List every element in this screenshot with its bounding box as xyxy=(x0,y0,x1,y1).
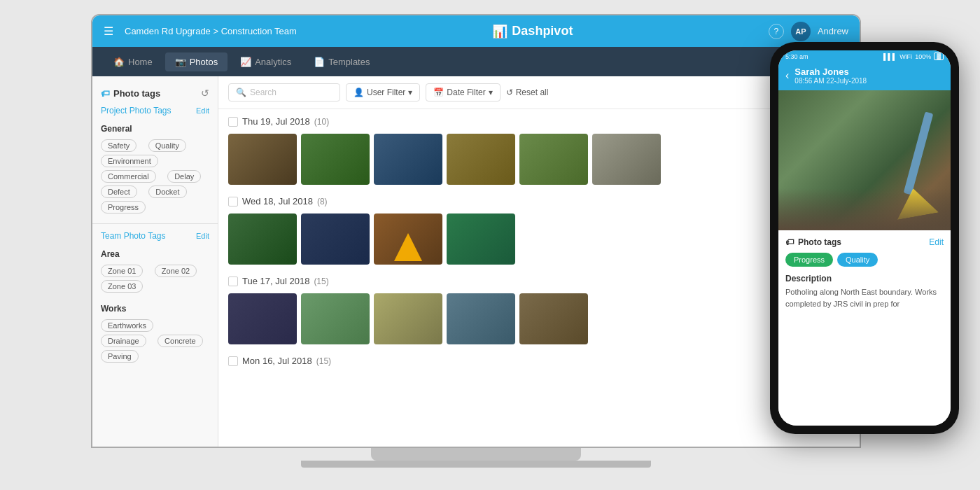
phone-pill-quality[interactable]: Quality xyxy=(837,253,878,267)
date-count-1: (10) xyxy=(314,117,329,127)
laptop-stand xyxy=(371,448,581,461)
logo-text: Dashpivot xyxy=(512,24,573,38)
tag-zone01[interactable]: Zone 01 xyxy=(101,265,143,277)
date-row-3: Tue 17, Jul 2018 (15) xyxy=(228,276,850,286)
reset-icon: ↺ xyxy=(506,88,513,97)
top-bar-left: ☰ Camden Rd Upgrade > Construction Team xyxy=(104,24,297,38)
project-photo-tags-link[interactable]: Project Photo Tags Edit xyxy=(92,103,218,118)
nav-item-templates[interactable]: 📄 Templates xyxy=(304,52,379,71)
nav-label-home: Home xyxy=(128,57,153,67)
photo-thumb[interactable] xyxy=(301,134,370,185)
team-tags-edit[interactable]: Edit xyxy=(196,232,209,240)
sidebar: 🏷 Photo tags ↺ Project Photo Tags Edit G… xyxy=(92,76,218,447)
tag-zone03[interactable]: Zone 03 xyxy=(101,280,143,293)
tag-commercial[interactable]: Commercial xyxy=(101,170,156,183)
phone-tags-left: 🏷 Photo tags xyxy=(785,237,841,247)
top-bar-right: ? AP Andrew xyxy=(769,22,848,41)
phone-tag-icon: 🏷 xyxy=(785,237,794,247)
date-label-1: Thu 19, Jul 2018 xyxy=(242,116,310,127)
tag-zone02[interactable]: Zone 02 xyxy=(155,265,197,277)
laptop-wrapper: ☰ Camden Rd Upgrade > Construction Team … xyxy=(91,14,861,476)
photo-thumb[interactable] xyxy=(519,293,588,344)
reset-button[interactable]: ↺ Reset all xyxy=(506,88,549,97)
photo-thumb[interactable] xyxy=(447,214,515,265)
tag-progress[interactable]: Progress xyxy=(101,201,146,214)
date-row-2: Wed 18, Jul 2018 (8) xyxy=(228,196,850,206)
photo-section-1: Thu 19, Jul 2018 (10) xyxy=(228,116,850,185)
signal-icon: ▌▌▌ xyxy=(883,53,897,60)
phone-description-text: Potholing along North East boundary. Wor… xyxy=(785,286,944,309)
main-layout: 🏷 Photo tags ↺ Project Photo Tags Edit G… xyxy=(92,76,860,447)
date-checkbox-2[interactable] xyxy=(228,197,238,206)
battery-icon: ▓ xyxy=(934,52,944,60)
filter-bar: 🔍 Search 👤 User Filter ▾ 📅 Date Filter ▾ xyxy=(218,76,860,109)
tag-icon: 🏷 xyxy=(101,88,110,99)
tag-earthworks[interactable]: Earthworks xyxy=(101,319,153,332)
home-icon: 🏠 xyxy=(113,57,125,67)
tag-environment[interactable]: Environment xyxy=(101,155,158,167)
sidebar-divider-1 xyxy=(92,223,218,224)
nav-item-home[interactable]: 🏠 Home xyxy=(104,52,162,71)
phone-user-time: 08:56 AM 22-July-2018 xyxy=(794,77,867,85)
photo-grid-1 xyxy=(228,134,850,185)
photo-thumb[interactable] xyxy=(447,134,515,185)
tag-docket[interactable]: Docket xyxy=(148,186,186,198)
hamburger-icon[interactable]: ☰ xyxy=(104,24,113,38)
photo-thumb[interactable] xyxy=(374,214,442,265)
tag-drainage[interactable]: Drainage xyxy=(101,335,146,347)
photo-thumb[interactable] xyxy=(374,293,442,344)
date-checkbox-4[interactable] xyxy=(228,356,238,366)
phone-tags-row: 🏷 Photo tags Edit xyxy=(785,237,944,247)
tag-delay[interactable]: Delay xyxy=(167,170,201,183)
photo-thumb[interactable] xyxy=(374,134,442,185)
help-icon[interactable]: ? xyxy=(769,24,784,39)
phone-tag-pills: Progress Quality xyxy=(785,253,944,267)
avatar[interactable]: AP xyxy=(791,22,811,41)
tag-concrete[interactable]: Concrete xyxy=(158,335,203,347)
phone-back-button[interactable]: ‹ xyxy=(785,69,789,82)
general-tags-group: Safety Quality Environment Commercial De… xyxy=(92,136,218,219)
tag-quality[interactable]: Quality xyxy=(148,139,186,152)
top-bar: ☰ Camden Rd Upgrade > Construction Team … xyxy=(92,15,860,47)
tag-safety[interactable]: Safety xyxy=(101,139,136,152)
nav-item-analytics[interactable]: 📈 Analytics xyxy=(230,52,301,71)
photo-thumb[interactable] xyxy=(519,134,588,185)
date-filter-button[interactable]: 📅 Date Filter ▾ xyxy=(426,83,500,102)
phone-pipe-element xyxy=(904,111,934,195)
photo-thumb[interactable] xyxy=(228,293,297,344)
user-name: Andrew xyxy=(818,26,848,36)
templates-icon: 📄 xyxy=(314,57,325,67)
photos-icon: 📷 xyxy=(175,57,186,67)
user-filter-button[interactable]: 👤 User Filter ▾ xyxy=(346,83,420,102)
date-label-4: Mon 16, Jul 2018 xyxy=(242,356,312,366)
date-checkbox-3[interactable] xyxy=(228,276,238,286)
refresh-icon[interactable]: ↺ xyxy=(201,88,209,99)
team-photo-tags-link[interactable]: Team Photo Tags Edit xyxy=(92,228,218,244)
search-box[interactable]: 🔍 Search xyxy=(228,83,340,102)
photo-thumb[interactable] xyxy=(228,214,297,265)
photo-section-3: Tue 17, Jul 2018 (15) xyxy=(228,276,850,344)
nav-label-analytics: Analytics xyxy=(255,57,291,67)
phone-main-image[interactable] xyxy=(778,90,951,230)
photo-section-4: Mon 16, Jul 2018 (15) xyxy=(228,356,850,366)
photo-thumb[interactable] xyxy=(592,134,661,185)
tag-paving[interactable]: Paving xyxy=(101,350,139,363)
nav-item-photos[interactable]: 📷 Photos xyxy=(165,52,227,71)
phone-user-info: Sarah Jones 08:56 AM 22-July-2018 xyxy=(794,66,867,85)
project-tags-edit[interactable]: Edit xyxy=(196,106,209,115)
photo-thumb[interactable] xyxy=(301,214,370,265)
user-icon: 👤 xyxy=(354,88,364,97)
top-bar-center: 📊 Dashpivot xyxy=(297,24,769,39)
phone-edit-button[interactable]: Edit xyxy=(929,237,944,247)
phone-pill-progress[interactable]: Progress xyxy=(785,253,833,267)
photo-thumb[interactable] xyxy=(301,293,370,344)
area-section-title: Area xyxy=(92,244,218,262)
calendar-icon: 📅 xyxy=(433,88,444,97)
date-checkbox-1[interactable] xyxy=(228,117,238,127)
date-label-3: Tue 17, Jul 2018 xyxy=(242,276,309,286)
tag-defect[interactable]: Defect xyxy=(101,186,137,198)
phone-status-icons: ▌▌▌ WiFi 100% ▓ xyxy=(883,52,944,60)
works-section-title: Works xyxy=(92,298,218,316)
photo-thumb[interactable] xyxy=(447,293,515,344)
photo-thumb[interactable] xyxy=(228,134,297,185)
